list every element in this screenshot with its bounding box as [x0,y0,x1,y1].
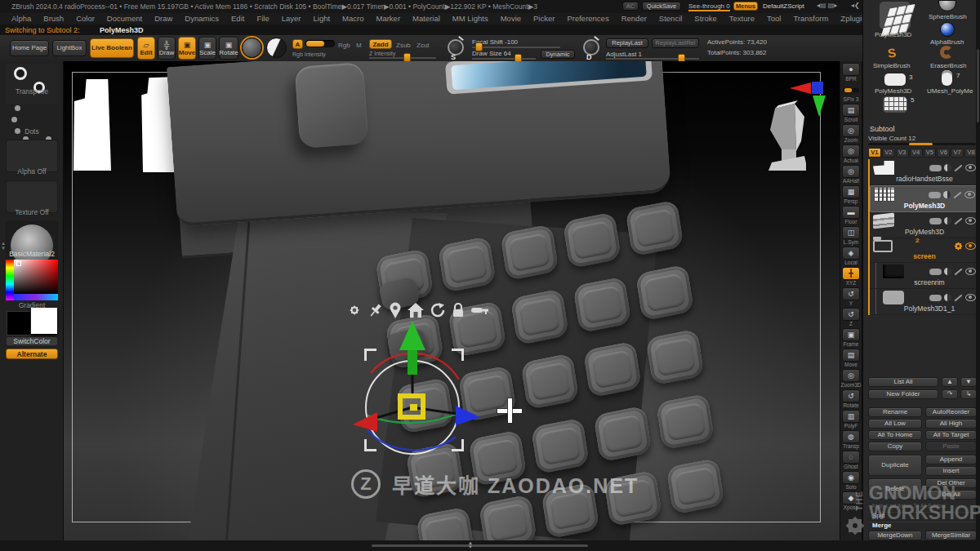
shelf-button-floor[interactable]: ▬Floor [842,206,860,225]
gear-icon[interactable] [953,242,963,251]
brush-toggle-icon[interactable] [929,192,941,198]
contrast-icon[interactable] [944,164,951,171]
menu-item-color[interactable]: Color [76,14,95,23]
polymesh-grid-icon[interactable] [883,96,907,113]
menu-item-edit[interactable]: Edit [231,14,244,23]
panel-scrollbar[interactable] [976,0,980,551]
insert-button[interactable]: Insert [925,466,977,476]
camera-orientation-widget[interactable] [754,79,831,161]
move-down-button[interactable]: ▼ [960,377,977,387]
lightbox-button[interactable]: LightBox [52,40,87,56]
shelf-button-rotate[interactable]: ↺Rotate [842,389,860,409]
menu-item-layer[interactable]: Layer [282,14,301,23]
transpose-tool[interactable] [6,64,58,104]
spix-slider[interactable] [843,88,859,92]
merge-similar-button[interactable]: MergeSimilar [925,531,977,540]
default-zscript-button[interactable]: DefaultZScript [763,2,804,10]
switch-color-label[interactable]: SwitchColor [7,337,57,345]
contrast-icon[interactable] [944,217,951,224]
transpose-gizmo[interactable] [343,316,487,484]
menu-item-transform[interactable]: Transform [793,14,828,23]
all-to-target-button[interactable]: All To Target [925,430,977,440]
menu-item-macro[interactable]: Macro [342,14,363,23]
brush-toggle-icon[interactable] [929,295,942,301]
zcut-button[interactable]: Zcut [416,42,430,49]
draw-size-slider[interactable]: Draw Size 64 [472,50,511,57]
shelf-button-local[interactable]: ◈Local [842,247,860,266]
zsub-button[interactable]: Zsub [396,42,411,49]
zadd-button[interactable]: Zadd [369,39,392,49]
eye-icon[interactable] [965,294,976,301]
menu-item-stroke[interactable]: Stroke [694,14,716,23]
merge-header[interactable]: Merge [868,521,977,531]
pen-icon[interactable] [955,164,963,171]
shelf-button-transp[interactable]: ◍Transp [842,430,860,450]
subtool-item[interactable]: PolyMesh3D [870,185,978,212]
move-up-button[interactable]: ▲ [942,377,958,387]
sphere-brush-icon[interactable] [938,0,956,11]
shelf-button-xyz[interactable]: ╋XYZ [842,267,860,287]
horizontal-scrollbar[interactable]: ▲▼ [372,544,588,547]
shelf-collapse-arrows[interactable]: ▲▼ [1,241,6,251]
m-button[interactable]: M [356,42,362,49]
umesh-icon[interactable] [942,70,952,86]
new-folder-button[interactable]: New Folder [868,389,938,399]
contrast-icon[interactable] [944,294,951,301]
shelf-button-scroll[interactable]: ▤Scroll [842,104,860,123]
alpha-brush-icon[interactable] [940,22,955,37]
brush-toggle-icon[interactable] [929,165,942,171]
duplicate-button[interactable]: Duplicate [868,455,922,476]
menu-item-draw[interactable]: Draw [154,14,172,23]
menu-item-preferences[interactable]: Preferences [567,14,608,23]
color-sphere-button[interactable] [266,38,287,58]
menu-item-tool[interactable]: Tool [767,14,781,23]
brush-toggle-icon[interactable] [929,218,942,224]
menu-item-dynamics[interactable]: Dynamics [185,14,219,23]
visibility-tab-v6[interactable]: V6 [937,148,950,158]
menu-item-brush[interactable]: Brush [43,14,64,23]
eraser-brush-icon[interactable] [940,46,953,59]
simple-brush-icon[interactable]: S [887,45,897,60]
pen-icon[interactable] [955,268,963,275]
quicksave-button[interactable]: QuickSave [642,2,681,11]
redo-arrow-button[interactable]: ↷ [942,389,958,399]
pen-icon[interactable] [955,217,963,224]
scroll-arrows-icon[interactable]: ▲▼ [468,541,473,549]
adjust-last-slider[interactable]: AdjustLast 1 [606,51,642,58]
menu-item-file[interactable]: File [256,14,269,23]
shelf-button-y[interactable]: ↺Y [842,287,860,307]
del-other-button[interactable]: Del Other [925,478,977,488]
rotate-button[interactable]: ▣Rotate [219,37,238,60]
visibility-tab-v5[interactable]: V5 [924,148,937,158]
shelf-button-l-sym[interactable]: ◫L.Sym [842,226,860,246]
dynamic-button[interactable]: Dynamic [541,50,575,59]
contrast-icon[interactable] [944,268,951,275]
all-high-button[interactable]: All High [925,419,977,429]
menus-button[interactable]: Menus [733,2,758,11]
subtool-item[interactable]: screenrim [870,263,978,289]
del-all-button[interactable]: Del All [925,490,977,500]
shelf-button-xpose[interactable]: ◆Xpose [842,491,860,511]
contrast-icon[interactable] [943,191,951,198]
rgb-button[interactable]: Rgb [338,42,350,49]
paste-button[interactable]: Paste [925,442,977,451]
shelf-button-zoom3d[interactable]: ◎Zoom3D [841,369,862,389]
draw-button[interactable]: ╬Draw [158,37,176,60]
brush-toggle-icon[interactable] [929,269,942,275]
visibility-tab-v7[interactable]: V7 [951,148,964,158]
menu-item-movie[interactable]: Movie [501,14,521,23]
polymesh-rect-icon[interactable] [884,73,906,86]
rename-button[interactable]: Rename [868,407,922,417]
shelf-button-z[interactable]: ↺Z [842,308,860,327]
color-picker[interactable] [6,260,58,300]
visibility-tab-v3[interactable]: V3 [896,148,909,158]
shelf-button-persp[interactable]: ▦Persp [842,185,860,205]
all-low-button[interactable]: All Low [868,419,922,429]
shelf-button-ghost[interactable]: ◌Ghost [842,451,860,470]
shelf-button-bpr[interactable]: ●BPR [842,63,860,82]
scale-button[interactable]: ▣Scale [198,37,216,60]
replay-last-rel-button[interactable]: ReplayLastRel [652,38,699,48]
auto-reorder-button[interactable]: AutoReorder [925,407,977,417]
eye-icon[interactable] [965,164,976,171]
menu-item-render[interactable]: Render [621,14,647,23]
